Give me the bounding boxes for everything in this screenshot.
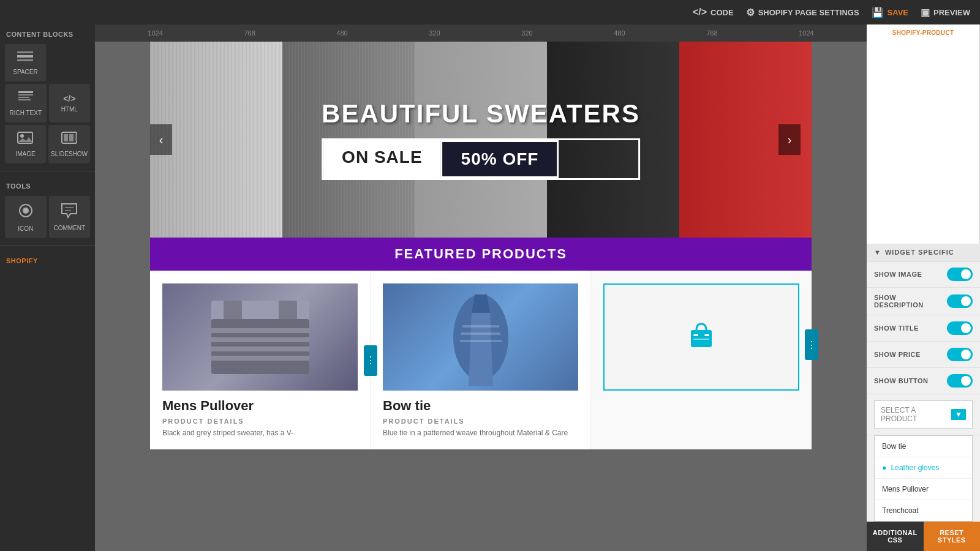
carousel-off-text: 50% OFF [441, 140, 559, 178]
select-arrow-icon: ▼ [951, 409, 966, 420]
product-2-edit-handle[interactable]: ⋮ [364, 345, 377, 376]
preview-button[interactable]: ▣ PREVIEW [921, 7, 970, 18]
show-title-label: SHOW TITLE [874, 324, 919, 332]
widget-specific-header[interactable]: ▼ WIDGET SPECIFIC [867, 244, 980, 261]
toggle-show-title: SHOW TITLE ✓ [867, 315, 980, 342]
settings-button[interactable]: ⚙ SHOPIFY PAGE SETTINGS [746, 7, 859, 18]
show-description-toggle[interactable]: ✓ [947, 294, 973, 308]
carousel-overlay: BEAUTIFUL SWEATERS ON SALE 50% OFF [322, 99, 640, 180]
show-title-toggle[interactable]: ✓ [947, 321, 973, 335]
svg-rect-2 [17, 59, 33, 61]
canvas-scroll[interactable]: BEAUTIFUL SWEATERS ON SALE 50% OFF ‹ › [95, 42, 867, 551]
carousel-prev-button[interactable]: ‹ [150, 124, 172, 155]
dropdown-item-bowtie[interactable]: Bow tie [875, 436, 972, 457]
svg-rect-21 [211, 328, 309, 333]
html-icon: </> [63, 94, 75, 103]
sidebar-item-image-label: IMAGE [15, 151, 35, 157]
select-product-dropdown[interactable]: SELECT A PRODUCT ▼ [874, 400, 973, 429]
featured-title: FEATURED PRODUCTS [394, 246, 567, 261]
sweater-svg [205, 294, 315, 380]
product-3-placeholder [603, 283, 799, 391]
reset-styles-button[interactable]: RESET STYLES [924, 522, 981, 551]
svg-marker-27 [469, 313, 493, 386]
code-button[interactable]: </> CODE [693, 7, 734, 18]
ruler: 1024 768 480 320 320 480 768 1024 [95, 24, 867, 42]
show-image-label: SHOW IMAGE [874, 271, 922, 278]
svg-rect-6 [18, 99, 31, 100]
code-icon: </> [693, 7, 707, 18]
sidebar-item-image[interactable]: IMAGE [5, 125, 46, 163]
sidebar-item-comment-label: COMMENT [53, 225, 85, 231]
ruler-mark-1024-right: 1024 [799, 29, 813, 37]
svg-point-8 [20, 134, 24, 138]
canvas-area: 1024 768 480 320 320 480 768 1024 [95, 24, 867, 551]
preview-icon: ▣ [921, 7, 930, 18]
product-col-2: Bow tie PRODUCT DETAILS Blue tie in a pa… [371, 271, 591, 449]
sidebar-item-icon[interactable]: ICON [5, 196, 47, 238]
carousel-next-icon: › [788, 133, 792, 147]
right-panel: SHOPIFY-PRODUCT ▼ WIDGET SPECIFIC SHOW I… [867, 24, 980, 551]
content-blocks-grid: SPACER RICH TEXT </> HTML IMAGE [0, 42, 95, 166]
products-grid: Mens Pullover PRODUCT DETAILS Black and … [150, 271, 812, 449]
svg-rect-22 [211, 337, 309, 342]
svg-rect-4 [18, 94, 33, 96]
dropdown-item-mens-pullover[interactable]: Mens Pullover [875, 479, 972, 500]
bag-svg [686, 319, 717, 350]
svg-rect-10 [64, 134, 68, 141]
tab-shopify-product-label: SHOPIFY-PRODUCT [892, 29, 954, 36]
sidebar-item-rich-text[interactable]: RICH TEXT [5, 84, 47, 122]
shopify-title: SHOPIFY [0, 251, 95, 268]
dropdown-list: Bow tie ● Leather gloves Mens Pullover T… [874, 435, 973, 522]
gear-icon: ⚙ [746, 7, 755, 18]
svg-rect-34 [693, 339, 709, 340]
dropdown-item-leather-gloves[interactable]: ● Leather gloves [875, 457, 972, 479]
ruler-mark-768-left: 768 [244, 29, 255, 37]
sidebar-item-slideshow[interactable]: SLIDESHOW [48, 125, 90, 163]
content-blocks-title: CONTENT BLOCKS [0, 24, 95, 42]
product-1-description: Black and grey striped sweater, has a V- [162, 429, 358, 437]
svg-rect-28 [462, 325, 499, 328]
product-1-image [162, 283, 358, 391]
select-product-wrapper: SELECT A PRODUCT ▼ [867, 394, 980, 435]
widget-specific-label: WIDGET SPECIFIC [885, 249, 954, 256]
tie-svg [438, 288, 524, 386]
product-1-title: Mens Pullover [162, 398, 358, 414]
svg-rect-32 [693, 334, 698, 336]
sidebar-item-rich-text-label: RICH TEXT [9, 110, 42, 116]
sidebar-item-spacer[interactable]: SPACER [5, 44, 46, 81]
dropdown-selected-icon: ● [882, 463, 886, 472]
featured-bar: FEATURED PRODUCTS [150, 238, 812, 271]
additional-css-button[interactable]: ADDITIONAL CSS [867, 522, 924, 551]
show-description-label: SHOW DESCRIPTION [874, 294, 947, 309]
show-button-toggle[interactable]: ✓ [947, 374, 973, 388]
carousel-next-button[interactable]: › [778, 124, 801, 155]
ruler-mark-320-right: 320 [521, 29, 532, 37]
ruler-mark-1024-left: 1024 [148, 29, 162, 37]
show-price-toggle[interactable]: ✓ [947, 348, 973, 361]
svg-rect-5 [18, 97, 29, 98]
product-2-image [383, 283, 578, 391]
dropdown-item-trenchcoat[interactable]: Trenchcoat [875, 500, 972, 521]
show-button-label: SHOW BUTTON [874, 377, 928, 384]
product-3-edit-handle[interactable]: ⋮ [805, 329, 818, 360]
product-1-details-label: PRODUCT DETAILS [162, 418, 358, 425]
toggle-show-price: SHOW PRICE ✓ [867, 342, 980, 368]
tools-grid: ICON COMMENT [0, 193, 95, 241]
svg-rect-30 [460, 340, 502, 342]
product-col-3: ⋮ [591, 271, 812, 449]
ruler-mark-480-left: 480 [336, 29, 347, 37]
sidebar-item-comment[interactable]: COMMENT [49, 196, 91, 238]
product-col-1: Mens Pullover PRODUCT DETAILS Black and … [150, 271, 371, 449]
tab-shopify-product[interactable]: SHOPIFY-PRODUCT [867, 24, 980, 244]
save-button[interactable]: 💾 SAVE [872, 7, 908, 18]
top-bar: </> CODE ⚙ SHOPIFY PAGE SETTINGS 💾 SAVE … [0, 0, 980, 24]
show-image-toggle[interactable]: ✓ [947, 268, 973, 281]
toggle-show-button: SHOW BUTTON ✓ [867, 368, 980, 394]
ruler-marks: 1024 768 480 320 320 480 768 1024 [95, 29, 867, 37]
sidebar-item-spacer-label: SPACER [13, 69, 37, 75]
sidebar-item-slideshow-label: SLIDESHOW [51, 151, 88, 157]
slideshow-icon [61, 131, 78, 148]
sidebar-item-html[interactable]: </> HTML [49, 84, 91, 122]
toggle-show-description: SHOW DESCRIPTION ✓ [867, 288, 980, 315]
carousel: BEAUTIFUL SWEATERS ON SALE 50% OFF ‹ › [150, 42, 812, 238]
